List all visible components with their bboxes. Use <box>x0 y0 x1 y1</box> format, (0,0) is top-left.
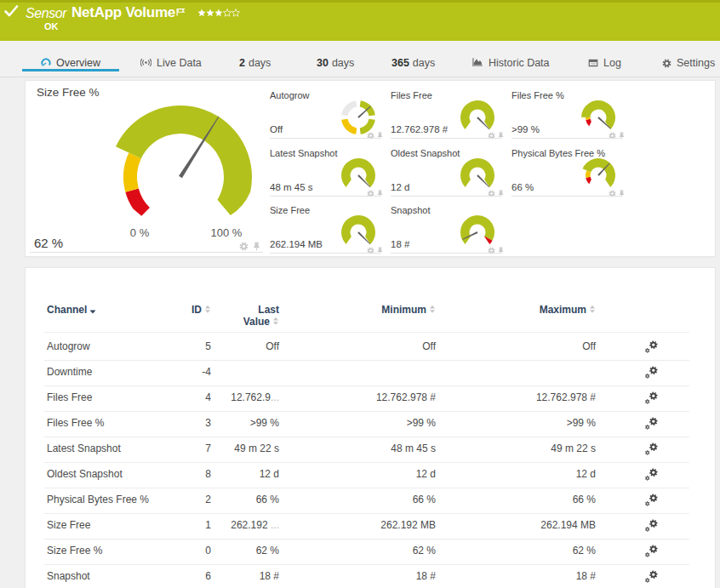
gear-icon[interactable] <box>367 128 374 143</box>
col-header-max[interactable]: Maximum <box>468 304 596 317</box>
panel-corner-icons <box>367 243 384 258</box>
cell-max: Off <box>468 334 596 360</box>
cell-max: >99 % <box>468 411 596 437</box>
edit-gears-icon <box>644 366 658 380</box>
cell-max: 262.194 MB <box>468 513 596 539</box>
edit-channel-icon[interactable] <box>641 411 661 437</box>
main-gauge-title: Size Free % <box>37 86 100 99</box>
tab-30-days[interactable]: 30days <box>317 41 354 71</box>
edit-channel-icon[interactable] <box>641 539 661 564</box>
star-icon[interactable] <box>206 5 214 20</box>
divider <box>270 253 380 254</box>
flag-icon[interactable] <box>176 4 186 20</box>
tab-365-days[interactable]: 365days <box>391 41 435 71</box>
col-header-label: Value <box>243 316 270 328</box>
gear-icon[interactable] <box>609 128 616 143</box>
edit-channel-icon[interactable] <box>641 462 661 488</box>
priority-stars[interactable] <box>197 5 240 20</box>
cell-max: 18 # <box>468 564 596 588</box>
cell-max: 66 % <box>468 488 596 513</box>
cell-min: 18 # <box>306 564 436 588</box>
tab-2-days[interactable]: 2days <box>239 41 271 71</box>
channel-row-autogrow[interactable]: Autogrow5OffOffOff <box>44 334 689 361</box>
cell-min: 62 % <box>306 539 436 564</box>
cell-last: >99 % <box>211 411 279 437</box>
edit-channel-icon[interactable] <box>641 334 661 360</box>
channel-row-files-free-[interactable]: Files Free %3>99 %>99 %>99 % <box>44 411 689 437</box>
mini-gauge-files-free: Files Free12.762.978 # <box>391 90 501 140</box>
caret-down-icon <box>89 305 96 317</box>
mini-gauge-latest-snapshot: Latest Snapshot48 m 45 s <box>270 148 380 197</box>
channel-row-files-free[interactable]: Files Free412.762.9...12.762.978 #12.762… <box>44 385 689 412</box>
channel-row-size-free-[interactable]: Size Free %062 %62 %62 % <box>44 539 689 565</box>
star-icon[interactable] <box>214 5 223 20</box>
channel-row-physical-bytes-free-[interactable]: Physical Bytes Free %266 %66 %66 % <box>44 488 689 514</box>
tab-historic-data[interactable]: Historic Data <box>471 41 550 71</box>
cell-max <box>468 360 596 385</box>
mini-gauge-title: Autogrow <box>270 90 309 100</box>
cell-last: 49 m 22 s <box>211 437 279 462</box>
channel-row-latest-snapshot[interactable]: Latest Snapshot749 m 22 s48 m 45 s49 m 2… <box>44 437 689 463</box>
gear-icon[interactable] <box>367 243 374 258</box>
edit-channel-icon[interactable] <box>641 564 661 588</box>
cell-min: 48 m 45 s <box>306 437 436 462</box>
main-gauge <box>106 102 259 230</box>
star-outline-icon[interactable] <box>231 5 240 20</box>
gear-icon[interactable] <box>488 128 495 143</box>
cell-id: -4 <box>128 360 211 385</box>
flag-icon <box>176 7 186 16</box>
edit-channel-icon[interactable] <box>641 385 661 411</box>
gauge-icon <box>41 58 51 68</box>
pin-icon[interactable] <box>497 243 505 258</box>
pin-icon[interactable] <box>618 186 626 201</box>
tab-overview[interactable]: Overview <box>22 41 119 71</box>
col-header-channel[interactable]: Channel <box>47 304 96 317</box>
mini-gauge-value: 18 # <box>391 239 409 249</box>
star-outline-icon[interactable] <box>223 5 231 20</box>
pin-icon[interactable] <box>497 128 505 143</box>
tab-label: days <box>332 57 354 69</box>
pin-icon[interactable] <box>376 186 384 201</box>
gear-icon[interactable] <box>488 243 495 258</box>
cell-last: 66 % <box>211 488 279 513</box>
channel-row-snapshot[interactable]: Snapshot618 #18 #18 # <box>44 564 689 588</box>
edit-channel-icon[interactable] <box>641 513 661 539</box>
tab-number: 30 <box>317 57 329 69</box>
gear-icon[interactable] <box>367 186 374 201</box>
tab-log[interactable]: Log <box>588 41 621 71</box>
tab-number: 2 <box>239 57 245 69</box>
col-header-label: Minimum <box>381 304 426 316</box>
col-header-id[interactable]: ID <box>128 304 211 317</box>
col-header-label: Channel <box>47 304 87 316</box>
caret-down-icon <box>89 310 96 314</box>
col-header-last[interactable]: LastValue <box>211 304 279 328</box>
channel-row-downtime[interactable]: Downtime-4 <box>44 360 689 386</box>
gear-icon[interactable] <box>488 186 495 201</box>
pin-icon[interactable] <box>376 128 384 143</box>
pin-icon[interactable] <box>618 128 626 143</box>
channel-row-oldest-snapshot[interactable]: Oldest Snapshot812 d12 d12 d <box>44 462 689 488</box>
edit-gears-icon <box>644 391 658 405</box>
tab-settings[interactable]: Settings <box>662 41 715 71</box>
col-header-min[interactable]: Minimum <box>306 304 436 317</box>
panel-corner-icons <box>488 186 505 201</box>
sort-icon <box>204 305 211 314</box>
mini-gauge-title: Files Free <box>391 90 432 100</box>
edit-channel-icon[interactable] <box>641 437 661 462</box>
main-gauge-value: 62 % <box>34 236 63 250</box>
pin-icon[interactable] <box>497 186 505 201</box>
pin-icon[interactable] <box>376 243 384 258</box>
edit-channel-icon[interactable] <box>641 488 661 513</box>
tab-label: days <box>249 57 271 69</box>
edit-channel-icon[interactable] <box>641 360 661 385</box>
col-header-label: Last <box>211 304 279 316</box>
channel-row-size-free[interactable]: Size Free1262.192 ...262.192 MB262.194 M… <box>44 513 689 539</box>
gear-icon[interactable] <box>609 186 616 201</box>
tab-label: Live Data <box>157 57 202 69</box>
tab-live-data[interactable]: Live Data <box>140 41 202 71</box>
mini-gauge-physical-bytes-free-: Physical Bytes Free %66 % <box>511 148 622 197</box>
star-icon[interactable] <box>197 5 206 20</box>
cell-id: 8 <box>128 462 211 488</box>
cell-last: Off <box>211 334 279 360</box>
cell-last: 12 d <box>211 462 279 488</box>
